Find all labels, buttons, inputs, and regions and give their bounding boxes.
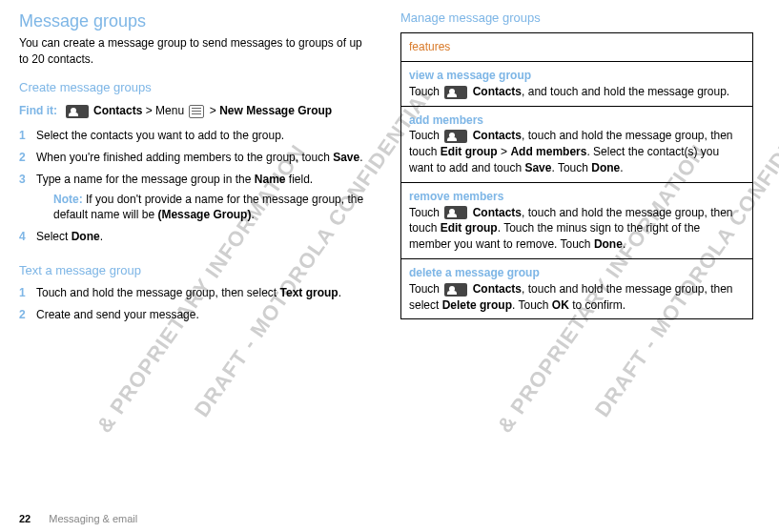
add-contacts: Contacts (473, 129, 522, 142)
features-header: features (401, 33, 753, 62)
contacts-icon (444, 130, 467, 143)
heading-text-group: Text a message group (19, 262, 372, 279)
rem-pre: Touch (409, 206, 442, 219)
rem-end: . (623, 237, 625, 251)
view-title: view a message group (409, 68, 745, 84)
done-word: Done (72, 230, 100, 243)
menu-word: Menu (155, 104, 184, 117)
table-row-add: add members Touch Contacts, touch and ho… (401, 106, 753, 182)
view-pre: Touch (409, 85, 442, 98)
add-done: Done (591, 161, 620, 174)
add-title: add members (409, 113, 745, 129)
rem-done: Done (594, 237, 623, 251)
contacts-icon (444, 283, 467, 297)
right-column: Manage message groups features view a me… (400, 10, 753, 329)
tstep1-text: Touch and hold the message group, then s… (36, 286, 280, 299)
create-steps: 1 Select the contacts you want to add to… (19, 128, 372, 251)
view-post: , and touch and hold the message group. (522, 85, 729, 98)
table-row-view: view a message group Touch Contacts, and… (401, 61, 753, 106)
text-steps: 1 Touch and hold the message group, then… (19, 285, 372, 329)
del-group: Delete group (442, 298, 512, 312)
add-save: Save (524, 161, 551, 174)
remove-body: Touch Contacts, touch and hold the messa… (409, 205, 745, 253)
step1-text: Select the contacts you want to add to t… (36, 129, 284, 142)
create-step-3: 3 Type a name for the message group in t… (19, 172, 372, 229)
save-word: Save (333, 151, 359, 164)
title-message-groups: Message groups (19, 10, 372, 33)
contacts-label: Contacts (93, 104, 142, 117)
del-mid2: . Touch (512, 298, 552, 312)
left-column: Message groups You can create a message … (19, 10, 372, 329)
delete-body: Touch Contacts, touch and hold the messa… (409, 281, 745, 314)
note-block: Note: If you don't provide a name for th… (53, 192, 372, 224)
menu-icon (189, 105, 204, 118)
contacts-icon (444, 86, 467, 99)
intro-text: You can create a message group to send m… (19, 35, 372, 68)
footer-section: Messaging & email (49, 513, 137, 524)
new-message-group: New Message Group (219, 104, 332, 117)
heading-manage-groups: Manage message groups (400, 10, 753, 27)
add-mid3: . Touch (551, 161, 591, 174)
step3-text: Type a name for the message group in the (36, 173, 255, 186)
del-contacts: Contacts (473, 282, 522, 296)
view-body: Touch Contacts, and touch and hold the m… (409, 84, 745, 100)
cell-remove: remove members Touch Contacts, touch and… (401, 182, 753, 258)
note-bold: (Message Group) (157, 208, 251, 221)
cell-add: add members Touch Contacts, touch and ho… (401, 106, 753, 182)
cell-delete: delete a message group Touch Contacts, t… (401, 258, 753, 318)
table-row-remove: remove members Touch Contacts, touch and… (401, 182, 753, 258)
cell-view: view a message group Touch Contacts, and… (401, 61, 753, 106)
page-footer: 22 Messaging & email (19, 513, 137, 524)
create-step-4: 4 Select Done. (19, 229, 372, 251)
features-table: features view a message group Touch Cont… (400, 32, 753, 319)
contacts-icon (444, 206, 467, 219)
name-word: Name (255, 173, 286, 186)
add-pre: Touch (409, 129, 442, 142)
heading-create-groups: Create message groups (19, 79, 372, 96)
add-body: Touch Contacts, touch and hold the messa… (409, 128, 745, 175)
del-ok: OK (552, 298, 569, 312)
create-step-2: 2 When you're finished adding members to… (19, 150, 372, 172)
name-tail: field. (286, 173, 314, 186)
rem-edit: Edit group (441, 221, 498, 235)
contacts-icon (66, 105, 89, 118)
tstep2-text: Create and send your message. (36, 308, 199, 321)
table-row-delete: delete a message group Touch Contacts, t… (401, 258, 753, 318)
page-number: 22 (19, 513, 31, 524)
gt-2: > (210, 104, 216, 117)
remove-title: remove members (409, 189, 745, 205)
del-end: to confirm. (569, 298, 625, 312)
note-label: Note: (53, 193, 83, 206)
gt-1: > (146, 104, 153, 117)
add-edit: Edit group (441, 145, 498, 158)
table-row-header: features (401, 33, 753, 62)
add-gt: > (498, 145, 511, 158)
text-step-1: 1 Touch and hold the message group, then… (19, 285, 372, 307)
view-contacts: Contacts (473, 85, 522, 98)
del-pre: Touch (409, 282, 442, 296)
delete-title: delete a message group (409, 265, 745, 281)
text-group-bold: Text group (280, 286, 338, 299)
step4-text: Select (36, 230, 72, 243)
step2-text: When you're finished adding members to t… (36, 151, 333, 164)
text-step-2: 2 Create and send your message. (19, 307, 372, 329)
create-step-1: 1 Select the contacts you want to add to… (19, 128, 372, 150)
find-it-label: Find it: (19, 104, 57, 117)
find-it-line: Find it: Contacts > Menu > New Message G… (19, 102, 372, 120)
add-end: . (620, 161, 623, 174)
rem-contacts: Contacts (473, 206, 522, 219)
add-members: Add members (510, 145, 586, 158)
